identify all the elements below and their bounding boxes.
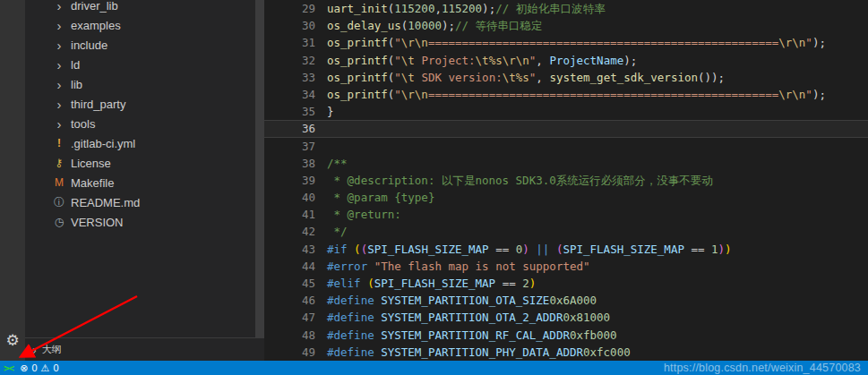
line-number: 41: [264, 206, 315, 223]
sidebar-item-lib[interactable]: ›lib: [25, 74, 264, 94]
version-clock-icon: ◷: [52, 217, 66, 227]
chevron-right-icon: ›: [52, 117, 66, 131]
code-line-48[interactable]: 48#define SYSTEM_PARTITION_RF_CAL_ADDR0x…: [264, 327, 868, 344]
file-label: driver_lib: [71, 0, 118, 13]
code-line-46[interactable]: 46#define SYSTEM_PARTITION_OTA_SIZE0x6A0…: [264, 292, 868, 309]
explorer-sidebar: ›driver_lib›examples›include›ld›lib›thir…: [25, 0, 264, 361]
code-editor[interactable]: 29uart_init(115200,115200);// 初始化串口波特率30…: [264, 0, 868, 361]
chevron-right-icon: ›: [52, 98, 66, 111]
sidebar-item-version[interactable]: ◷VERSION: [25, 212, 264, 232]
line-number: 43: [264, 241, 315, 258]
line-number: 46: [264, 292, 315, 309]
file-tree: ›driver_lib›examples›include›ld›lib›thir…: [25, 0, 264, 337]
code-line-47[interactable]: 47#define SYSTEM_PARTITION_OTA_2_ADDR0x8…: [264, 309, 868, 326]
line-number: 48: [264, 327, 315, 344]
code-line-40[interactable]: 40 * @param {type}: [264, 189, 868, 206]
sidebar-item-tools[interactable]: ›tools: [25, 114, 264, 133]
file-label: tools: [71, 117, 95, 131]
code-line-33[interactable]: 33os_printf("\t SDK version:\t%s", syste…: [264, 69, 868, 86]
outline-label: 大纲: [42, 343, 62, 356]
code-line-39[interactable]: 39 * @description: 以下是nonos SDK3.0系统运行必须…: [264, 172, 868, 189]
line-content: uart_init(115200,115200);// 初始化串口波特率: [315, 0, 606, 17]
file-label: README.md: [71, 196, 140, 209]
line-content: #error "The flash map is not supported": [315, 258, 590, 275]
code-line-49[interactable]: 49#define SYSTEM_PARTITION_PHY_DATA_ADDR…: [264, 344, 868, 361]
sidebar-item-third-party[interactable]: ›third_party: [25, 94, 264, 114]
makefile-icon: M: [52, 177, 66, 188]
code-line-45[interactable]: 45#elif (SPI_FLASH_SIZE_MAP == 2): [264, 275, 868, 292]
code-line-36[interactable]: 36: [264, 120, 868, 137]
chevron-right-icon: ›: [52, 38, 66, 52]
line-content: os_printf("\t Project:\t%s\r\n", Project…: [315, 52, 637, 69]
file-label: ld: [71, 58, 80, 72]
line-number: 44: [264, 258, 315, 275]
code-line-41[interactable]: 41 * @return:: [264, 206, 868, 223]
activity-bar: ⚙: [0, 0, 25, 361]
error-icon: ⊗: [20, 361, 28, 375]
line-content: [315, 120, 327, 137]
sidebar-item--gitlab-ci-yml[interactable]: !.gitlab-ci.yml: [25, 133, 264, 153]
problems-status[interactable]: ⊗ 0 ⚠ 0: [20, 361, 58, 375]
chevron-right-icon: ›: [52, 78, 66, 91]
settings-gear-icon[interactable]: ⚙: [5, 333, 19, 348]
sidebar-scrollbar[interactable]: [255, 0, 264, 337]
vscode-window: ⚙ ›driver_lib›examples›include›ld›lib›th…: [0, 0, 868, 375]
file-label: .gitlab-ci.yml: [71, 137, 135, 150]
line-number: 47: [264, 309, 315, 326]
sidebar-item-examples[interactable]: ›examples: [25, 15, 264, 35]
line-content: #define SYSTEM_PARTITION_PHY_DATA_ADDR0x…: [315, 344, 631, 361]
line-number: 45: [264, 275, 315, 292]
error-count: 0: [31, 361, 37, 375]
line-content: os_delay_us(10000);// 等待串口稳定: [315, 17, 543, 34]
code-line-43[interactable]: 43#if ((SPI_FLASH_SIZE_MAP == 0) || (SPI…: [264, 241, 868, 258]
file-label: Makefile: [71, 176, 114, 190]
chevron-right-icon: ›: [52, 58, 66, 72]
sidebar-item-include[interactable]: ›include: [25, 35, 264, 55]
line-number: 33: [264, 69, 315, 86]
line-content: os_printf("\t SDK version:\t%s", system_…: [315, 69, 725, 86]
line-content: os_printf("\r\n=========================…: [315, 86, 826, 103]
sidebar-item-driver-lib[interactable]: ›driver_lib: [25, 0, 264, 15]
code-line-29[interactable]: 29uart_init(115200,115200);// 初始化串口波特率: [264, 0, 868, 17]
outline-section-header[interactable]: › 大纲: [25, 337, 264, 361]
code-line-31[interactable]: 31os_printf("\r\n=======================…: [264, 34, 868, 51]
line-content: * @return:: [315, 206, 401, 223]
code-line-42[interactable]: 42 */: [264, 223, 868, 240]
line-content: [315, 138, 327, 155]
line-content: #define SYSTEM_PARTITION_OTA_SIZE0x6A000: [315, 292, 597, 309]
line-content: }: [315, 103, 334, 120]
remote-indicator-icon[interactable]: ><: [0, 362, 20, 374]
file-label: lib: [71, 78, 82, 91]
code-line-32[interactable]: 32os_printf("\t Project:\t%s\r\n", Proje…: [264, 52, 868, 69]
file-label: third_party: [71, 98, 125, 111]
code-line-44[interactable]: 44#error "The flash map is not supported…: [264, 258, 868, 275]
line-number: 39: [264, 172, 315, 189]
line-content: os_printf("\r\n=========================…: [315, 34, 826, 51]
chevron-right-icon: ›: [52, 0, 66, 13]
sidebar-item-makefile[interactable]: MMakefile: [25, 173, 264, 192]
line-number: 32: [264, 52, 315, 69]
chevron-right-icon: ›: [52, 19, 66, 32]
code-line-37[interactable]: 37: [264, 138, 868, 155]
line-number: 31: [264, 34, 315, 51]
code-line-38[interactable]: 38/**: [264, 155, 868, 172]
line-number: 42: [264, 223, 315, 240]
gitlab-icon: !: [52, 138, 66, 149]
line-content: * @description: 以下是nonos SDK3.0系统运行必须部分，…: [315, 172, 713, 189]
readme-info-icon: ⓘ: [52, 197, 66, 208]
code-line-35[interactable]: 35}: [264, 103, 868, 120]
line-content: #if ((SPI_FLASH_SIZE_MAP == 0) || (SPI_F…: [315, 241, 732, 258]
code-line-34[interactable]: 34os_printf("\r\n=======================…: [264, 86, 868, 103]
line-number: 29: [264, 0, 315, 17]
code-line-30[interactable]: 30os_delay_us(10000);// 等待串口稳定: [264, 17, 868, 34]
status-bar: >< ⊗ 0 ⚠ 0 https://blog.csdn.net/weixin_…: [0, 361, 868, 375]
line-content: * @param {type}: [315, 189, 434, 206]
sidebar-item-readme-md[interactable]: ⓘREADME.md: [25, 192, 264, 212]
watermark-url: https://blog.csdn.net/weixin_44570083: [664, 361, 861, 375]
line-number: 35: [264, 103, 315, 120]
sidebar-item-license[interactable]: ⚷License: [25, 153, 264, 173]
license-icon: ⚷: [52, 158, 66, 168]
line-number: 34: [264, 86, 315, 103]
file-label: examples: [71, 19, 121, 32]
sidebar-item-ld[interactable]: ›ld: [25, 55, 264, 74]
